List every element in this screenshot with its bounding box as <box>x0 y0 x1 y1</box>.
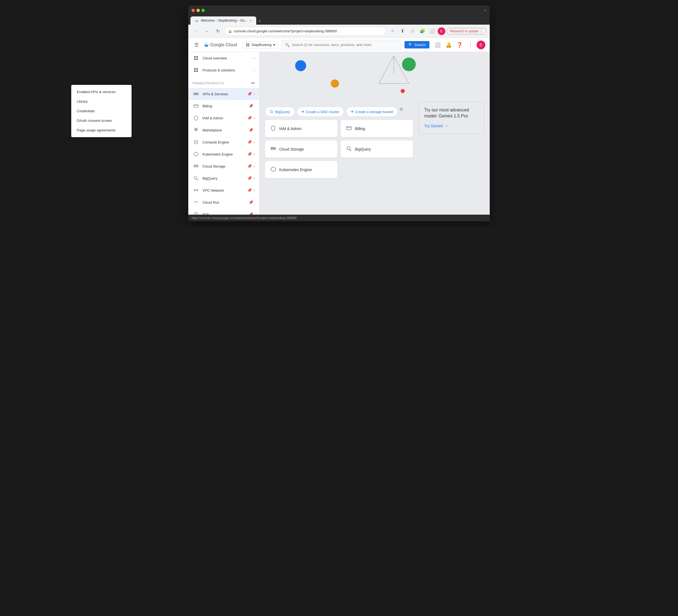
sidebar-item-compute-engine[interactable]: Compute Engine 📌 › <box>188 136 259 148</box>
svg-point-38 <box>347 147 350 150</box>
relaunch-menu-icon: ⋮ <box>480 29 483 33</box>
minimize-button[interactable] <box>196 9 200 12</box>
sidebar-item-label: Kubernetes Engine <box>202 152 247 156</box>
help-button[interactable]: ❓ <box>455 40 464 50</box>
sidebar-item-vpc-network[interactable]: VPC Network 📌 › <box>188 184 259 196</box>
pinned-section-header: PINNED PRODUCTS ✏ <box>188 76 259 88</box>
bigquery-btn-icon <box>270 110 273 114</box>
main-content: BigQuery + Create a GKE cluster + Create… <box>260 52 490 215</box>
card-iam-icon <box>270 125 276 132</box>
kubernetes-card[interactable]: Kubernetes Engine <box>265 161 337 178</box>
search-input[interactable] <box>292 43 398 47</box>
hamburger-menu-button[interactable]: ☰ <box>193 40 200 49</box>
bigquery-action-button[interactable]: BigQuery <box>265 107 295 117</box>
sidebar-item-label: SQL <box>202 212 249 215</box>
reload-button[interactable]: ↻ <box>214 27 222 36</box>
sidebar-item-bigquery[interactable]: BigQuery 📌 › <box>188 172 259 184</box>
card-bigquery-icon <box>346 146 351 152</box>
sidebar-item-cloud-storage[interactable]: Cloud Storage 📌 › <box>188 160 259 172</box>
iam-admin-card[interactable]: IAM & Admin <box>265 120 337 137</box>
sidebar-item-billing[interactable]: Billing 📌 <box>188 100 259 112</box>
deco-red-circle <box>401 89 405 93</box>
forward-button[interactable]: → <box>202 27 211 36</box>
traffic-lights <box>192 9 205 12</box>
browser-profile-icon[interactable]: E <box>438 27 445 35</box>
marketplace-icon <box>193 128 199 132</box>
tab-bar: Welcome – StayBooking – Go... ✕ + <box>188 15 490 25</box>
chevron-icon: › <box>254 176 255 180</box>
deco-triangle <box>377 55 410 88</box>
tab-title: Welcome – StayBooking – Go... <box>201 18 248 23</box>
svg-rect-7 <box>194 56 195 57</box>
svg-rect-25 <box>194 190 195 191</box>
plus-icon: + <box>301 109 304 114</box>
bigquery-card[interactable]: BigQuery <box>341 140 413 158</box>
new-tab-button[interactable]: + <box>256 17 263 25</box>
try-gemini-link[interactable]: Try Gemini → <box>424 124 479 128</box>
sidebar-item-label: Products & solutions <box>202 68 254 72</box>
project-name: StayBooking <box>252 43 272 47</box>
terminal-button[interactable]: ⬜ <box>433 40 443 50</box>
create-gke-cluster-button[interactable]: + Create a GKE cluster <box>297 107 344 117</box>
api-icon: API <box>193 92 199 96</box>
billing-card[interactable]: Billing <box>341 120 413 137</box>
edit-pins-icon[interactable]: ✏ <box>251 81 255 86</box>
extensions-button[interactable]: 🧩 <box>418 27 427 36</box>
pin-icon: 📌 <box>249 104 253 108</box>
copy-icon[interactable]: ⧉ <box>400 107 403 117</box>
sidebar-item-sql[interactable]: SQL 📌 <box>188 208 259 215</box>
back-button[interactable]: ← <box>192 27 200 36</box>
address-bar[interactable]: 🔒 console.cloud.google.com/welcome?proje… <box>224 27 386 36</box>
products-icon <box>193 68 199 73</box>
active-tab[interactable]: Welcome – StayBooking – Go... ✕ <box>190 16 256 25</box>
sidebar-item-cloud-run[interactable]: Cloud Run 📌 <box>188 196 259 208</box>
svg-line-39 <box>350 150 351 151</box>
project-dropdown-icon: ▾ <box>273 43 275 47</box>
toolbar-icons: ⬆ ☆ 🧩 ⬜ E Relaunch to update ⋮ <box>388 27 486 36</box>
pin-icon: 📌 <box>247 92 252 96</box>
card-label: IAM & Admin <box>279 126 301 131</box>
maximize-button[interactable] <box>201 9 205 12</box>
lock-icon: 🔒 <box>228 29 232 33</box>
chevron-icon: › <box>254 68 255 72</box>
sidebar-item-iam-admin[interactable]: IAM & Admin 📌 › <box>188 112 259 124</box>
billing-icon <box>193 104 199 109</box>
bookmark-button[interactable]: ☆ <box>408 27 417 36</box>
card-label: BigQuery <box>355 147 371 152</box>
notifications-button[interactable]: 🔔 <box>444 40 454 50</box>
close-button[interactable] <box>192 9 195 12</box>
pin-icon: 📌 <box>249 200 253 205</box>
gemini-card: Try our most advanced model: Gemini 1.5 … <box>418 101 484 134</box>
share-button[interactable]: ⬆ <box>398 27 407 36</box>
chevron-icon: › <box>254 140 255 144</box>
compute-icon <box>193 139 199 145</box>
sidebar-item-cloud-overview[interactable]: Cloud overview › <box>188 52 259 64</box>
sidebar-item-apis-services[interactable]: API APIs & Services 📌 › <box>188 88 259 100</box>
svg-point-1 <box>196 20 197 21</box>
url-display: console.cloud.google.com/welcome?project… <box>234 29 337 33</box>
sidebar-item-marketplace[interactable]: Marketplace 📌 <box>188 124 259 136</box>
more-options-button[interactable]: ⋮ <box>465 40 476 50</box>
cloud-storage-card[interactable]: Cloud Storage <box>265 140 337 158</box>
svg-point-2 <box>390 29 395 34</box>
relaunch-button[interactable]: Relaunch to update ⋮ <box>446 28 486 35</box>
sidebar-item-label: Compute Engine <box>202 140 247 144</box>
app-header: ☰ Google Cloud StayBooking ▾ 🔍 <box>188 38 490 52</box>
chevron-icon: › <box>254 116 255 120</box>
gemini-card-title: Try our most advanced model: Gemini 1.5 … <box>424 107 479 119</box>
google-icon-button[interactable] <box>388 27 397 36</box>
create-storage-bucket-button[interactable]: + Create a storage bucket <box>346 107 398 117</box>
svg-point-32 <box>270 110 272 113</box>
profile-avatar[interactable]: E <box>477 41 485 49</box>
tab-close-button[interactable]: ✕ <box>250 19 252 22</box>
project-selector[interactable]: StayBooking ▾ <box>242 41 278 48</box>
google-cloud-logo-text: Google Cloud <box>210 42 237 47</box>
svg-rect-9 <box>194 58 195 60</box>
sidebar-item-products-solutions[interactable]: Products & solutions › <box>188 64 259 76</box>
svg-rect-12 <box>196 68 198 70</box>
project-icon <box>246 43 250 47</box>
search-button[interactable]: 🔍 Search <box>405 41 429 48</box>
cast-button[interactable]: ⬜ <box>428 27 437 36</box>
svg-rect-21 <box>194 165 198 166</box>
sidebar-item-kubernetes-engine[interactable]: Kubernetes Engine 📌 › <box>188 148 259 160</box>
